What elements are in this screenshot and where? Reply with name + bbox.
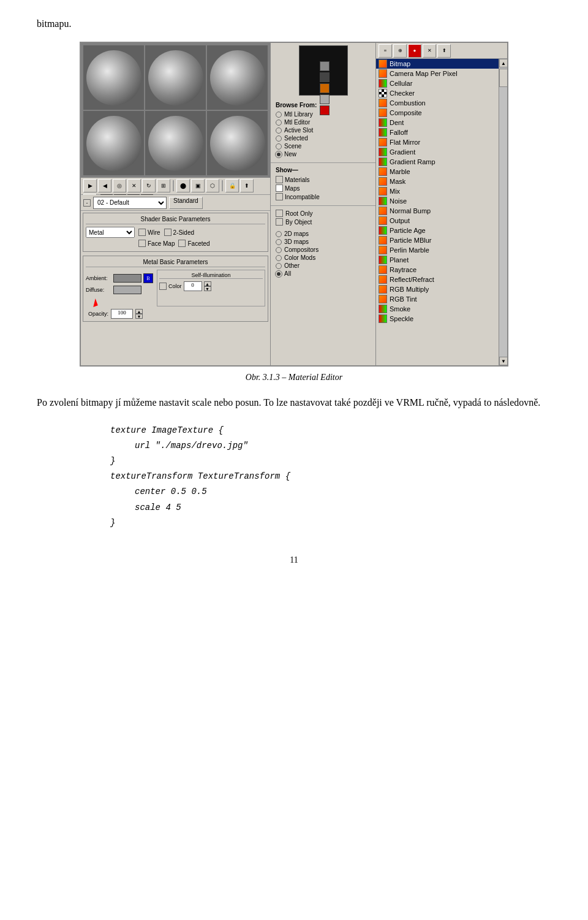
material-item-output[interactable]: Output [376, 216, 499, 226]
toolbar-btn-2[interactable]: ◀ [98, 179, 111, 192]
toolbar-btn-9[interactable]: ⬡ [206, 179, 219, 192]
ambient-color-swatch[interactable] [113, 274, 141, 283]
spinner-down[interactable]: ▼ [204, 286, 211, 291]
shader-type-dropdown[interactable]: Metal [86, 227, 135, 238]
swatch-4[interactable] [320, 94, 330, 104]
toolbar-btn-10[interactable]: 🔒 [225, 179, 239, 192]
toolbar-btn-3[interactable]: ◎ [113, 179, 126, 192]
two-sided-checkbox[interactable] [164, 229, 172, 236]
code-block: texture ImageTexture { url "./maps/drevo… [110, 423, 551, 531]
active-slot-radio[interactable] [276, 127, 282, 134]
toolbar-btn-6[interactable]: ⊞ [157, 179, 170, 192]
code-line-2: url "./maps/drevo.jpg" [135, 438, 551, 454]
compositors-radio[interactable] [276, 247, 282, 253]
material-item-marble[interactable]: Marble [376, 167, 499, 177]
falloff-icon [379, 128, 387, 137]
material-item-reflect[interactable]: Reflect/Refract [376, 275, 499, 284]
material-item-flat-mirror[interactable]: Flat Mirror [376, 137, 499, 147]
slot-dropdown[interactable]: 02 - Default [93, 197, 167, 209]
swatch-2[interactable] [320, 72, 330, 82]
all-radio[interactable] [276, 271, 282, 277]
toolbar-btn-8[interactable]: ▣ [191, 179, 205, 192]
spinner-up[interactable]: ▲ [204, 281, 211, 286]
material-item-checker[interactable]: Checker [376, 88, 499, 98]
face-map-checkbox[interactable] [138, 240, 146, 247]
toolbar-btn-4[interactable]: ✕ [127, 179, 141, 192]
material-item-perlin-marble[interactable]: Perlin Marble [376, 245, 499, 255]
faceted-checkbox[interactable] [178, 240, 186, 247]
opacity-row: Opacity: 100 ▲ ▼ [86, 309, 265, 319]
material-item-mask[interactable]: Mask [376, 177, 499, 186]
swatch-5[interactable] [320, 105, 330, 115]
opacity-input[interactable]: 100 [111, 309, 133, 319]
scroll-down-btn[interactable]: ▼ [499, 357, 507, 365]
right-tb-2[interactable]: ⊕ [393, 44, 407, 58]
toolbar-btn-1[interactable]: ▶ [83, 179, 97, 192]
color-number-input[interactable]: 0 [184, 281, 202, 291]
material-item-bitmap[interactable]: Bitmap [376, 59, 499, 69]
material-item-rgb-tint[interactable]: RGB Tint [376, 294, 499, 304]
material-item-cellular[interactable]: Cellular [376, 78, 499, 88]
spinner[interactable]: ▲ ▼ [204, 281, 211, 291]
color-checkbox: Color [159, 283, 182, 290]
material-item-raytrace[interactable]: Raytrace [376, 265, 499, 275]
material-item-gradient[interactable]: Gradient [376, 147, 499, 157]
incompatible-checkbox[interactable] [276, 193, 283, 200]
toolbar-btn-5[interactable]: ↻ [142, 179, 156, 192]
opacity-spinner-down[interactable]: ▼ [135, 314, 143, 319]
toolbar-btn-7[interactable]: ⬤ [176, 179, 190, 192]
right-tb-btn-red[interactable]: ● [408, 44, 421, 58]
material-item-noise[interactable]: Noise [376, 196, 499, 206]
material-item-falloff[interactable]: Falloff [376, 127, 499, 137]
scroll-up-btn[interactable]: ▲ [499, 59, 507, 67]
selected-radio[interactable] [276, 135, 282, 142]
side-swatches [320, 61, 330, 115]
scroll-thumb[interactable] [499, 69, 507, 87]
minus-btn[interactable]: - [83, 199, 91, 207]
material-item-smoke[interactable]: Smoke [376, 304, 499, 314]
material-item-composite[interactable]: Composite [376, 108, 499, 118]
right-tb-1[interactable]: ≡ [379, 44, 392, 58]
opacity-spinner-up[interactable]: ▲ [135, 309, 143, 314]
root-only-checkbox[interactable] [276, 210, 283, 217]
material-item-combustion[interactable]: Combustion [376, 98, 499, 108]
wire-checkbox[interactable] [138, 229, 146, 236]
material-item-normal-bump[interactable]: Normal Bump [376, 206, 499, 216]
right-tb-3[interactable]: ✕ [423, 44, 436, 58]
maps-checkbox[interactable] [276, 184, 283, 192]
material-item-planet[interactable]: Planet [376, 255, 499, 265]
material-item-speckle[interactable]: Speckle [376, 314, 499, 324]
by-object-checkbox[interactable] [276, 218, 283, 226]
color-mods-radio[interactable] [276, 255, 282, 261]
mtl-editor-row: Mtl Editor [276, 119, 371, 126]
3d-maps-radio[interactable] [276, 239, 282, 245]
swatch-3[interactable] [320, 83, 330, 93]
material-item-dent[interactable]: Dent [376, 118, 499, 127]
swatch-1[interactable] [320, 61, 330, 71]
toolbar-btn-11[interactable]: ⬆ [240, 179, 254, 192]
normal-bump-icon [379, 207, 387, 215]
right-tb-4[interactable]: ⬆ [437, 44, 451, 58]
materials-checkbox[interactable] [276, 176, 283, 183]
ambient-color-btn[interactable]: B [143, 273, 153, 283]
material-list-scrollbar[interactable]: ▲ ▼ [499, 59, 507, 365]
opacity-spinner[interactable]: ▲ ▼ [135, 309, 143, 319]
self-illum-color-checkbox[interactable] [159, 283, 167, 290]
scene-radio[interactable] [276, 143, 282, 150]
root-only-row: Root Only [276, 210, 371, 217]
material-list-container: Bitmap Camera Map Per Pixel Cellular [376, 59, 507, 365]
material-item-particle-age[interactable]: Particle Age [376, 226, 499, 235]
diffuse-color-swatch[interactable] [113, 286, 141, 294]
material-item-rgb-multiply[interactable]: RGB Multiply [376, 284, 499, 294]
sphere-5 [148, 116, 203, 171]
2d-maps-radio[interactable] [276, 231, 282, 237]
mtl-library-radio[interactable] [276, 112, 282, 118]
other-radio[interactable] [276, 263, 282, 269]
new-radio[interactable] [276, 151, 282, 158]
mtl-editor-radio[interactable] [276, 120, 282, 126]
material-item-camera[interactable]: Camera Map Per Pixel [376, 69, 499, 78]
material-item-gradient-ramp[interactable]: Gradient Ramp [376, 157, 499, 167]
standard-btn[interactable]: Standard [169, 197, 203, 209]
material-item-mix[interactable]: Mix [376, 186, 499, 196]
material-item-particle-mblur[interactable]: Particle MBlur [376, 235, 499, 245]
